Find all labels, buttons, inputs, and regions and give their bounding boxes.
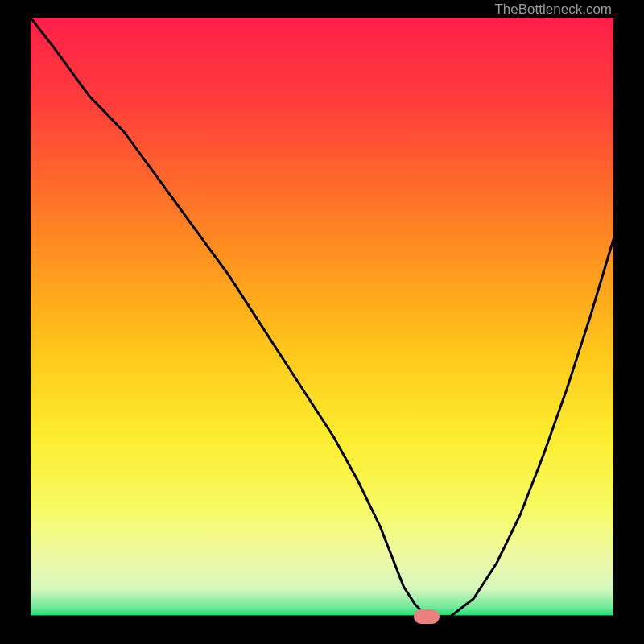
chart-frame: [31, 18, 613, 617]
gradient-background: [31, 18, 613, 617]
bottleneck-plot: [31, 18, 613, 617]
optimal-marker: [414, 609, 440, 624]
credit-text: TheBottleneck.com: [494, 2, 612, 18]
